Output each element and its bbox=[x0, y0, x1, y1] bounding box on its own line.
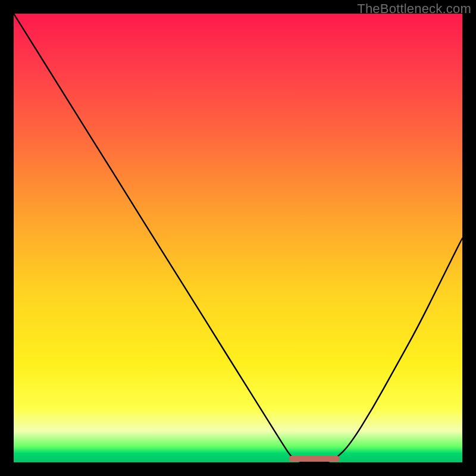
bottleneck-curve-path bbox=[14, 14, 462, 462]
chart-curve-overlay bbox=[14, 14, 462, 462]
chart-frame: TheBottleneck.com bbox=[0, 0, 476, 476]
